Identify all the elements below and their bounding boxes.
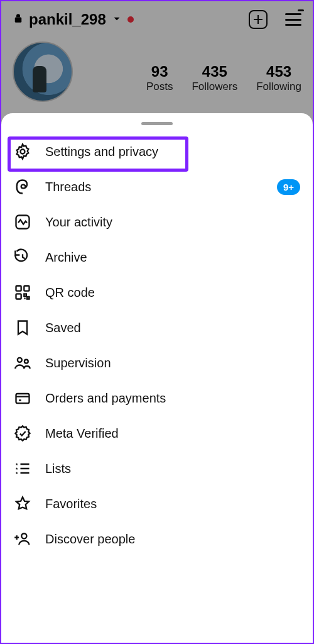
menu-item-threads[interactable]: Threads 9+ bbox=[1, 169, 313, 204]
menu-item-discover[interactable]: Discover people bbox=[1, 521, 313, 557]
menu-item-orders[interactable]: Orders and payments bbox=[1, 380, 313, 416]
options-menu: Settings and privacy Threads 9+ Your act… bbox=[1, 134, 313, 557]
options-sheet: Settings and privacy Threads 9+ Your act… bbox=[1, 113, 313, 643]
menu-item-label: Threads bbox=[45, 180, 91, 194]
menu-item-label: Settings and privacy bbox=[45, 145, 158, 159]
menu-item-label: Favorites bbox=[45, 497, 97, 511]
qr-icon bbox=[14, 284, 31, 301]
menu-item-supervision[interactable]: Supervision bbox=[1, 345, 313, 380]
svg-rect-8 bbox=[16, 394, 30, 403]
threads-badge: 9+ bbox=[277, 179, 300, 195]
svg-point-1 bbox=[21, 150, 25, 154]
menu-item-label: Saved bbox=[45, 321, 81, 335]
menu-item-label: QR code bbox=[45, 286, 95, 300]
menu-item-qr[interactable]: QR code bbox=[1, 275, 313, 310]
menu-item-favorites[interactable]: Favorites bbox=[1, 486, 313, 521]
card-icon bbox=[14, 389, 31, 407]
svg-rect-5 bbox=[16, 294, 21, 299]
menu-item-label: Archive bbox=[45, 250, 87, 265]
svg-point-6 bbox=[18, 358, 22, 362]
svg-point-7 bbox=[24, 360, 28, 364]
menu-item-activity[interactable]: Your activity bbox=[1, 204, 313, 240]
lists-icon bbox=[14, 460, 31, 477]
supervision-icon bbox=[14, 354, 31, 372]
svg-point-9 bbox=[21, 533, 26, 538]
menu-item-label: Orders and payments bbox=[45, 391, 166, 406]
svg-rect-4 bbox=[24, 286, 29, 291]
verified-icon bbox=[14, 425, 31, 442]
menu-item-label: Meta Verified bbox=[45, 426, 119, 441]
menu-item-archive[interactable]: Archive bbox=[1, 240, 313, 275]
archive-icon bbox=[14, 248, 31, 266]
menu-item-settings[interactable]: Settings and privacy bbox=[1, 134, 313, 169]
menu-item-lists[interactable]: Lists bbox=[1, 451, 313, 486]
menu-item-label: Discover people bbox=[45, 532, 135, 547]
menu-item-label: Supervision bbox=[45, 356, 111, 370]
gear-icon bbox=[14, 143, 31, 160]
menu-item-label: Lists bbox=[45, 462, 71, 476]
threads-icon bbox=[14, 178, 31, 196]
menu-item-saved[interactable]: Saved bbox=[1, 310, 313, 345]
activity-icon bbox=[14, 213, 31, 231]
star-icon bbox=[14, 495, 31, 513]
sheet-grabber[interactable] bbox=[141, 122, 173, 125]
bookmark-icon bbox=[14, 319, 31, 336]
app-frame: pankil_298 93 Posts bbox=[0, 0, 314, 644]
menu-item-verified[interactable]: Meta Verified bbox=[1, 416, 313, 451]
menu-item-label: Your activity bbox=[45, 215, 112, 230]
discover-people-icon bbox=[14, 530, 31, 548]
svg-rect-3 bbox=[16, 286, 21, 291]
